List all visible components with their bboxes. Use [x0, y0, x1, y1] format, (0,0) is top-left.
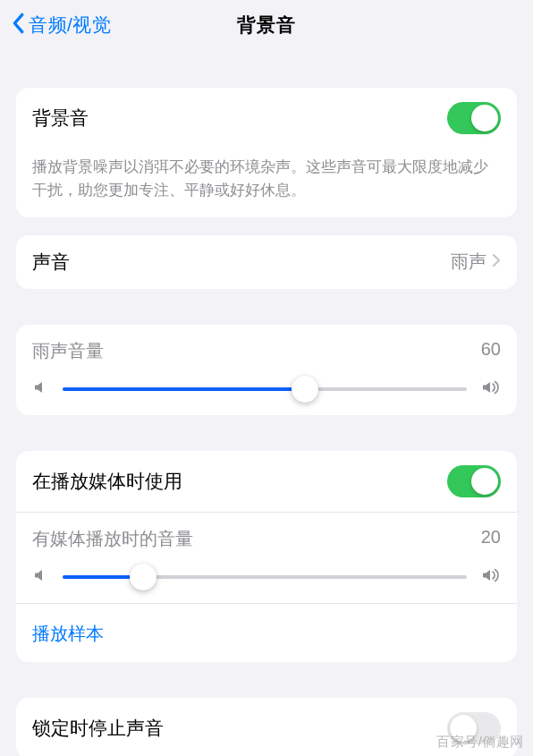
back-button[interactable]: 音频/视觉 [11, 13, 111, 38]
back-label: 音频/视觉 [29, 13, 111, 38]
sound-label: 声音 [32, 250, 451, 275]
watermark: 百家号/倘趣网 [436, 734, 524, 751]
chevron-left-icon [11, 13, 25, 38]
slider-track [63, 575, 467, 579]
media-toggle-label: 在播放媒体时使用 [32, 469, 447, 494]
rain-volume-label: 雨声音量 [32, 339, 104, 363]
volume-high-icon [481, 567, 501, 587]
sound-value: 雨声 [451, 250, 486, 274]
group-background-sound: 背景音 播放背景噪声以消弭不必要的环境杂声。这些声音可最大限度地减少干扰，助您更… [16, 88, 517, 217]
row-sound-picker[interactable]: 声音 雨声 [16, 235, 517, 289]
row-media-toggle: 在播放媒体时使用 [16, 451, 517, 512]
rain-volume-slider[interactable] [32, 379, 501, 399]
group-media-use: 在播放媒体时使用 有媒体播放时的音量 20 播放样本 [16, 451, 517, 662]
media-volume-label: 有媒体播放时的音量 [32, 527, 193, 551]
media-volume-slider[interactable] [32, 567, 501, 587]
slider-track [63, 387, 467, 391]
media-volume-value: 20 [481, 527, 501, 551]
row-background-sound-toggle: 背景音 [16, 88, 517, 149]
lock-stop-label: 锁定时停止声音 [32, 716, 447, 741]
volume-high-icon [481, 379, 501, 399]
background-sound-description: 播放背景噪声以消弭不必要的环境杂声。这些声音可最大限度地减少干扰，助您更加专注、… [16, 149, 517, 217]
chevron-right-icon [492, 253, 501, 271]
group-rain-volume: 雨声音量 60 [16, 325, 517, 415]
background-sound-switch[interactable] [447, 102, 501, 134]
background-sound-label: 背景音 [32, 106, 447, 131]
volume-low-icon [32, 379, 48, 399]
navigation-bar: 音频/视觉 背景音 [0, 0, 533, 50]
play-sample-link[interactable]: 播放样本 [16, 603, 517, 662]
volume-low-icon [32, 567, 48, 587]
page-title: 背景音 [237, 13, 296, 38]
group-sound-picker: 声音 雨声 [16, 235, 517, 289]
rain-volume-value: 60 [481, 339, 501, 363]
media-toggle-switch[interactable] [447, 465, 501, 497]
